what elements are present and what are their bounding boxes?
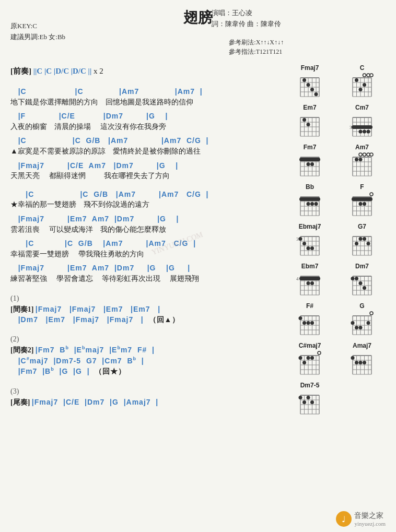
chord-diagram-ebmaj7: Ebmaj7 3 bbox=[286, 223, 333, 258]
svg-point-29 bbox=[355, 78, 358, 82]
svg-point-58 bbox=[363, 130, 366, 134]
svg-point-106 bbox=[315, 202, 318, 206]
svg-point-87 bbox=[370, 153, 373, 156]
chord-diagram-dm7: Dm7 bbox=[339, 263, 386, 298]
svg-point-137 bbox=[307, 246, 310, 250]
svg-point-28 bbox=[370, 74, 373, 77]
chord-diagram-fmaj7: Fmaj7 bbox=[286, 64, 333, 100]
lyrics-line: 雲若沮喪 可以變成海洋 我的傷心能怎麼釋放 bbox=[10, 224, 281, 235]
chord-line: |Fmaj7 |C/E |Dm7 |G |Amaj7 | bbox=[32, 398, 158, 406]
svg-point-90 bbox=[355, 158, 358, 161]
svg-point-104 bbox=[307, 202, 310, 206]
meta-right: 演唱：王心凌 詞：陳韋伶 曲：陳韋伶 bbox=[212, 8, 281, 30]
chorus-chord1: |C |C G/B |Am7 |Am7 C/G | ★幸福的那一雙翅膀 飛不到你… bbox=[10, 190, 281, 210]
svg-point-136 bbox=[302, 242, 306, 245]
logo-name: 音樂之家 bbox=[354, 511, 386, 521]
interlude1-label: [間奏1] bbox=[10, 305, 36, 313]
meta-left: 原KEY:C 建議男調:Eb 女:Bb bbox=[10, 21, 65, 43]
svg-point-167 bbox=[307, 281, 310, 285]
svg-point-168 bbox=[310, 281, 314, 285]
chord-diagram-g7: G7 bbox=[339, 223, 386, 258]
svg-rect-72 bbox=[299, 158, 320, 161]
svg-point-118 bbox=[370, 193, 373, 196]
lyrics-line: 練習著堅強 學習會遺忘 等待彩虹再次出現 展翅飛翔 bbox=[10, 274, 281, 284]
prelude-line: [前奏] ||C |C |D/C |D/C || x 2 bbox=[10, 64, 281, 78]
chord-line: |C |C G/B |Am7 |Am7 C/G | bbox=[10, 136, 281, 146]
svg-point-242 bbox=[351, 356, 355, 360]
svg-point-211 bbox=[351, 321, 355, 325]
original-key: 原KEY:C bbox=[10, 21, 65, 32]
svg-text:4: 4 bbox=[296, 276, 299, 281]
lyrics-line: 入夜的櫥窗 清晨的操場 這次沒有你在我身旁 bbox=[10, 122, 281, 132]
chord-line: |F |C/E |Dm7 |G | bbox=[10, 111, 281, 122]
chord-line: |C#maj7 |Dm7-5 G7 |Cm7 Bb | bbox=[10, 356, 281, 366]
logo-icon: ♩ bbox=[336, 511, 352, 527]
chord-line: |Fm7 Bb |Ebmaj7 |Ebm7 F# | bbox=[36, 346, 155, 354]
svg-point-86 bbox=[367, 153, 370, 156]
svg-point-44 bbox=[307, 123, 310, 126]
outro-label: [尾奏] bbox=[10, 398, 32, 406]
svg-point-150 bbox=[355, 242, 358, 245]
chords-sidebar: Fmaj7 bbox=[286, 64, 386, 417]
outro-section: [尾奏] |Fmaj7 |C/E |Dm7 |G |Amaj7 | bbox=[10, 397, 281, 408]
svg-point-226 bbox=[318, 351, 321, 354]
svg-point-105 bbox=[310, 202, 314, 206]
svg-point-180 bbox=[351, 277, 355, 280]
svg-point-181 bbox=[355, 277, 358, 280]
num-label-3: (3) bbox=[10, 387, 281, 396]
chord-diagram-c: C bbox=[339, 64, 386, 100]
svg-point-198 bbox=[310, 321, 314, 325]
chord-line: |Fmaj7 |Em7 Am7 |Dm7 |G |G | bbox=[10, 263, 281, 274]
chord-diagram-amaj7: Amaj7 bbox=[339, 342, 386, 377]
svg-point-91 bbox=[359, 158, 363, 161]
svg-point-151 bbox=[359, 237, 363, 241]
svg-point-182 bbox=[359, 281, 363, 285]
logo-area: ♩ 音樂之家 yinyuezj.com bbox=[336, 511, 386, 527]
chord-line: |C |C G/B |Am7 |Am7 C/G | bbox=[10, 190, 281, 200]
chord-line: |Dm7 |Em7 |Fmaj7 |Fmaj7 | （回▲） bbox=[10, 315, 281, 325]
svg-point-152 bbox=[363, 237, 366, 241]
svg-point-212 bbox=[355, 326, 358, 329]
chord-diagram-fm7: Fm7 bbox=[286, 144, 333, 179]
chord-line: |C |C G/B |Am7 |Am7 C/G | bbox=[10, 239, 281, 249]
svg-point-244 bbox=[359, 361, 363, 364]
svg-rect-166 bbox=[299, 277, 320, 280]
svg-point-228 bbox=[302, 361, 306, 364]
svg-point-245 bbox=[363, 361, 366, 364]
chorus-chord2: |Fmaj7 |Em7 Am7 |Dm7 |G | 雲若沮喪 可以變成海洋 我的… bbox=[10, 214, 281, 234]
interlude2-section: [間奏2] |Fm7 Bb |Ebmaj7 |Ebm7 F# | |C#maj7… bbox=[10, 345, 281, 377]
chord-line: |Fmaj7 |Em7 Am7 |Dm7 |G | bbox=[10, 214, 281, 224]
svg-point-138 bbox=[310, 246, 314, 250]
prelude-section: [前奏] ||C |C |D/C |D/C || x 2 bbox=[10, 64, 281, 78]
fingering-ref: 參考指法:T121T121 bbox=[229, 47, 284, 56]
score-area: [前奏] ||C |C |D/C |D/C || x 2 |C |C |Am7 … bbox=[10, 64, 281, 417]
num-label-2: (2) bbox=[10, 335, 281, 344]
svg-point-258 bbox=[302, 400, 306, 404]
chord-diagram-dm75: Dm7-5 bbox=[286, 382, 333, 417]
svg-point-43 bbox=[302, 118, 306, 122]
svg-point-30 bbox=[359, 88, 363, 91]
svg-point-183 bbox=[363, 286, 366, 290]
chords-grid: Fmaj7 bbox=[286, 64, 386, 417]
lyrics-line: ★幸福的那一雙翅膀 飛不到你說過的遠方 bbox=[10, 199, 281, 210]
num-label-1: (1) bbox=[10, 294, 281, 303]
chorus-chord4: |Fmaj7 |Em7 Am7 |Dm7 |G |G | 練習著堅強 學習會遺忘… bbox=[10, 263, 281, 283]
chord-diagram-bb: Bb bbox=[286, 183, 333, 219]
svg-point-230 bbox=[310, 356, 314, 360]
svg-point-213 bbox=[359, 326, 363, 329]
svg-point-27 bbox=[367, 74, 370, 77]
svg-rect-103 bbox=[299, 197, 320, 201]
interlude2-label: [間奏2] bbox=[10, 346, 36, 354]
chord-diagram-em7: Em7 bbox=[286, 104, 333, 139]
svg-point-121 bbox=[363, 202, 366, 206]
ref-strums: 參考刷法:X↑↑↓X↑↓↑ 參考指法:T121T121 bbox=[229, 38, 284, 56]
chord-diagram-cm7: Cm7 3 bbox=[339, 104, 386, 139]
page-title: 翅膀 bbox=[10, 8, 386, 28]
svg-point-257 bbox=[299, 396, 302, 399]
svg-point-243 bbox=[355, 361, 358, 364]
svg-point-74 bbox=[310, 162, 314, 166]
svg-point-11 bbox=[302, 78, 306, 82]
svg-point-210 bbox=[370, 312, 373, 315]
svg-text:3: 3 bbox=[350, 125, 352, 130]
credits: 詞：陳韋伶 曲：陳韋伶 bbox=[212, 19, 281, 30]
